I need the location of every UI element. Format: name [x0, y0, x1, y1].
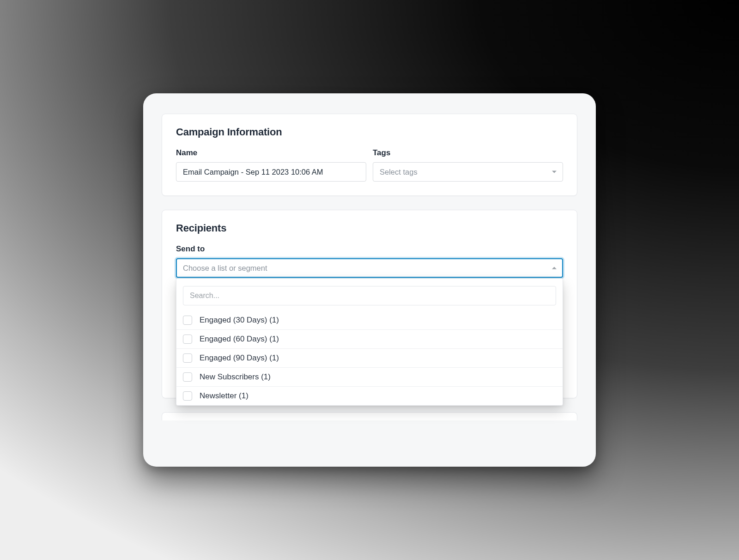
list-item[interactable]: Engaged (90 Days) (1)	[176, 348, 563, 367]
checkbox-icon[interactable]	[183, 335, 192, 344]
checkbox-icon[interactable]	[183, 353, 192, 363]
send-to-select-placeholder: Choose a list or segment	[183, 264, 267, 273]
option-label: Newsletter (1)	[200, 391, 248, 401]
campaign-name-field: Name	[176, 148, 366, 182]
chevron-up-icon	[552, 267, 557, 269]
recipients-title: Recipients	[176, 222, 563, 234]
option-label: Engaged (90 Days) (1)	[200, 353, 279, 363]
checkbox-icon[interactable]	[183, 391, 192, 401]
option-label: Engaged (30 Days) (1)	[200, 316, 279, 325]
app-window: Campaign Information Name Tags Select ta…	[143, 93, 596, 467]
option-label: Engaged (60 Days) (1)	[200, 335, 279, 344]
send-to-dropdown-panel: Engaged (30 Days) (1) Engaged (60 Days) …	[176, 279, 563, 406]
send-to-select-display[interactable]: Choose a list or segment	[176, 258, 563, 278]
recipients-card: Recipients Send to Choose a list or segm…	[162, 210, 577, 398]
send-to-field: Send to Choose a list or segment	[176, 244, 563, 278]
option-label: New Subscribers (1)	[200, 372, 271, 382]
tags-select-placeholder: Select tags	[380, 168, 418, 177]
checkbox-icon[interactable]	[183, 316, 192, 325]
campaign-tags-label: Tags	[373, 148, 563, 158]
tags-select-display[interactable]: Select tags	[373, 162, 563, 182]
list-item[interactable]: Newsletter (1)	[176, 386, 563, 405]
tags-select[interactable]: Select tags	[373, 162, 563, 182]
list-item[interactable]: Engaged (60 Days) (1)	[176, 329, 563, 348]
list-item[interactable]: Engaged (30 Days) (1)	[176, 311, 563, 329]
next-card-peek	[162, 412, 577, 420]
send-to-label: Send to	[176, 244, 563, 254]
chevron-down-icon	[552, 171, 557, 173]
campaign-name-input[interactable]	[176, 162, 366, 182]
dropdown-search-input[interactable]	[183, 286, 556, 305]
campaign-info-card: Campaign Information Name Tags Select ta…	[162, 114, 577, 196]
campaign-name-label: Name	[176, 148, 366, 158]
dropdown-option-list: Engaged (30 Days) (1) Engaged (60 Days) …	[176, 311, 563, 405]
send-to-select[interactable]: Choose a list or segment	[176, 258, 563, 278]
checkbox-icon[interactable]	[183, 372, 192, 382]
campaign-tags-field: Tags Select tags	[373, 148, 563, 182]
list-item[interactable]: New Subscribers (1)	[176, 367, 563, 386]
campaign-info-title: Campaign Information	[176, 126, 563, 138]
campaign-fields-row: Name Tags Select tags	[176, 148, 563, 182]
